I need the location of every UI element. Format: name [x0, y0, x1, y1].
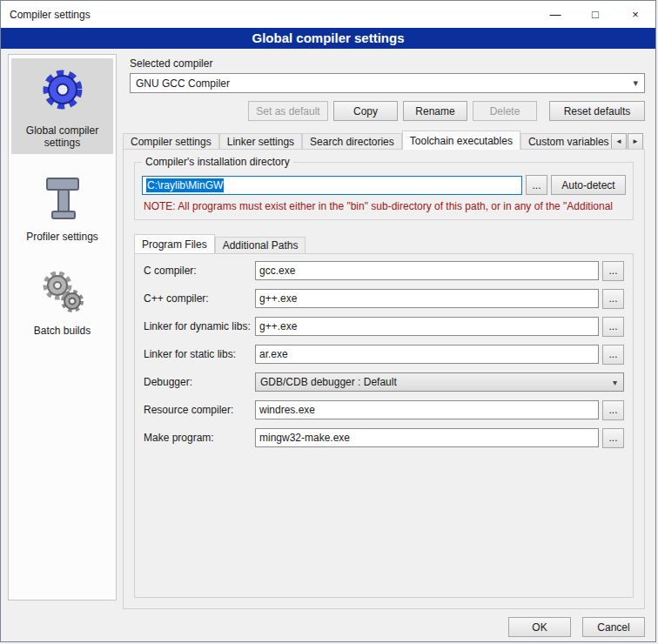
field-label: C compiler: — [144, 265, 255, 277]
compiler-actions: Set as default Copy Rename Delete Reset … — [130, 101, 645, 121]
program-files-panel: C compiler: gcc.exe ... C++ compiler: g+… — [134, 253, 634, 598]
install-dir-browse-button[interactable]: ... — [526, 175, 547, 195]
make-program-input[interactable]: mingw32-make.exe — [255, 428, 599, 447]
debugger-select[interactable]: GDB/CDB debugger : Default ▾ — [255, 372, 624, 392]
field-label: C++ compiler: — [144, 292, 255, 305]
cancel-button[interactable]: Cancel — [582, 617, 645, 637]
close-icon: × — [632, 8, 639, 21]
field-value: mingw32-make.exe — [259, 432, 350, 444]
dynamic-linker-input[interactable]: g++.exe — [255, 317, 599, 336]
static-linker-browse-button[interactable]: ... — [602, 345, 624, 365]
rename-button[interactable]: Rename — [403, 101, 467, 121]
field-value: windres.exe — [259, 404, 315, 416]
maximize-icon: □ — [592, 8, 599, 21]
tab-scroll-left-button[interactable]: ◄ — [611, 133, 627, 150]
chevron-down-icon: ▾ — [607, 378, 623, 387]
installation-directory-row: C:\raylib\MinGW ... Auto-detect — [142, 175, 626, 195]
tab-scroll-buttons: ◄ ► — [611, 133, 643, 150]
tabs-scroller: Compiler settingsLinker settingsSearch d… — [123, 131, 610, 150]
field-value: g++.exe — [259, 292, 297, 305]
field-label: Linker for static libs: — [144, 348, 255, 360]
toolchain-executables-panel: Compiler's installation directory C:\ray… — [123, 149, 645, 609]
window-controls: — □ × — [535, 1, 655, 28]
field-label: Resource compiler: — [144, 404, 255, 416]
sidebar-item-global-compiler-settings[interactable]: Global compiler settings — [11, 58, 113, 154]
cpp-compiler-browse-button[interactable]: ... — [602, 289, 624, 309]
settings-category-list: Global compiler settings Profiler settin… — [8, 54, 117, 600]
cpp-compiler-input[interactable]: g++.exe — [255, 289, 599, 308]
reset-defaults-button[interactable]: Reset defaults — [549, 101, 645, 121]
auto-detect-button[interactable]: Auto-detect — [551, 175, 626, 195]
minimize-icon: — — [550, 8, 561, 21]
set-as-default-button[interactable]: Set as default — [248, 101, 328, 121]
tab-additional-paths[interactable]: Additional Paths — [215, 237, 306, 253]
tab-custom-variables[interactable]: Custom variables — [520, 133, 610, 150]
field-row-make-program: Make program: mingw32-make.exe ... — [144, 428, 624, 447]
install-dir-value: C:\raylib\MinGW — [146, 178, 224, 192]
settings-tabstrip: Compiler settingsLinker settingsSearch d… — [123, 131, 645, 150]
selected-compiler-dropdown[interactable]: GNU GCC Compiler ▾ — [130, 73, 645, 93]
maximize-button[interactable]: □ — [575, 1, 615, 28]
tab-scroll-left-icon: ◄ — [615, 138, 622, 145]
gear-gray-icon — [35, 264, 91, 319]
c-compiler-input[interactable]: gcc.exe — [255, 261, 599, 280]
window-title: Compiler settings — [10, 9, 91, 21]
install-dir-input[interactable]: C:\raylib\MinGW — [142, 176, 522, 195]
delete-button[interactable]: Delete — [473, 101, 537, 121]
gear-blue-icon — [35, 64, 91, 119]
field-row-c-compiler: C compiler: gcc.exe ... — [144, 261, 624, 280]
dialog-content: Global compiler settings Profiler settin… — [1, 49, 655, 642]
tab-program-files[interactable]: Program Files — [134, 234, 215, 253]
field-row-static-linker: Linker for static libs: ar.exe ... — [144, 345, 624, 364]
field-row-cpp-compiler: C++ compiler: g++.exe ... — [144, 289, 624, 308]
dialog-header: Global compiler settings — [1, 28, 655, 49]
field-label: Linker for dynamic libs: — [144, 320, 255, 332]
sidebar-item-profiler-settings[interactable]: Profiler settings — [11, 164, 113, 248]
static-linker-input[interactable]: ar.exe — [255, 345, 599, 364]
profiler-tool-icon — [35, 170, 91, 225]
compiler-settings-dialog: Compiler settings — □ × Global compiler … — [0, 0, 656, 642]
field-row-resource-compiler: Resource compiler: windres.exe ... — [144, 400, 624, 419]
installation-directory-group-title: Compiler's installation directory — [142, 156, 293, 168]
selected-compiler-label: Selected compiler — [130, 57, 212, 70]
field-row-debugger: Debugger: GDB/CDB debugger : Default ▾ — [144, 372, 624, 392]
resource-compiler-browse-button[interactable]: ... — [602, 400, 624, 420]
resource-compiler-input[interactable]: windres.exe — [255, 400, 599, 419]
sidebar-item-batch-builds[interactable]: Batch builds — [11, 258, 113, 342]
close-button[interactable]: × — [615, 1, 655, 28]
chevron-down-icon: ▾ — [627, 77, 644, 89]
main-area: Selected compiler GNU GCC Compiler ▾ Set… — [123, 54, 645, 609]
tab-search-directories[interactable]: Search directories — [302, 133, 402, 150]
title-bar: Compiler settings — □ × — [1, 1, 655, 28]
installation-directory-group: Compiler's installation directory C:\ray… — [134, 162, 634, 220]
field-value: ar.exe — [259, 348, 288, 360]
tab-scroll-right-icon: ► — [632, 138, 639, 145]
field-label: Make program: — [144, 432, 255, 444]
program-files-tabstrip: Program FilesAdditional Paths — [134, 234, 634, 253]
minimize-button[interactable]: — — [535, 1, 575, 28]
ok-button[interactable]: OK — [508, 617, 571, 637]
tab-compiler-settings[interactable]: Compiler settings — [123, 133, 219, 150]
tab-scroll-right-button[interactable]: ► — [628, 133, 643, 150]
c-compiler-browse-button[interactable]: ... — [602, 261, 624, 281]
make-program-browse-button[interactable]: ... — [602, 428, 624, 448]
sidebar-item-label: Profiler settings — [13, 231, 111, 243]
dynamic-linker-browse-button[interactable]: ... — [602, 317, 624, 337]
selected-compiler-value: GNU GCC Compiler — [136, 77, 230, 90]
tab-toolchain-executables[interactable]: Toolchain executables — [402, 131, 520, 150]
field-row-dynamic-linker: Linker for dynamic libs: g++.exe ... — [144, 317, 624, 336]
tab-linker-settings[interactable]: Linker settings — [219, 133, 302, 150]
copy-button[interactable]: Copy — [333, 101, 398, 121]
field-value: g++.exe — [259, 320, 297, 332]
sidebar-item-label: Batch builds — [13, 325, 111, 337]
field-label: Debugger: — [144, 376, 255, 388]
dialog-footer: OK Cancel — [508, 617, 645, 637]
debugger-selected-value: GDB/CDB debugger : Default — [260, 376, 397, 388]
field-value: gcc.exe — [259, 265, 295, 277]
bin-subdirectory-note: NOTE: All programs must exist either in … — [144, 200, 624, 212]
sidebar-item-label: Global compiler settings — [13, 124, 111, 149]
